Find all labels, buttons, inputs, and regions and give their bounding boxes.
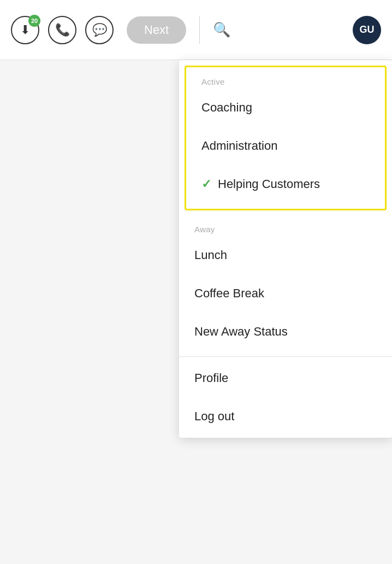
toolbar-divider [199,16,200,44]
logout-label: Log out [194,409,234,424]
search-icon: 🔍 [213,21,230,38]
helping-customers-label: Helping Customers [218,177,320,191]
away-section: Away Lunch Coffee Break New Away Status [179,216,392,356]
top-bar: ⬇ 20 📞 💬 Next 🔍 GU [0,0,392,60]
coffee-break-item[interactable]: Coffee Break [179,274,392,313]
logout-item[interactable]: Log out [179,397,392,436]
phone-icon: 📞 [55,23,70,37]
chat-button[interactable]: 💬 [85,16,114,44]
search-button[interactable]: 🔍 [213,21,230,38]
check-icon: ✓ [201,177,211,191]
chat-icon: 💬 [92,23,107,37]
new-away-status-item[interactable]: New Away Status [179,313,392,351]
administration-label: Administration [201,139,277,153]
coffee-break-label: Coffee Break [194,286,264,301]
bottom-section: Profile Log out [179,357,392,438]
new-away-status-label: New Away Status [194,325,288,339]
administration-item[interactable]: Administration [186,127,385,165]
dropdown-menu: Active Coaching Administration ✓ Helping… [179,60,392,438]
profile-item[interactable]: Profile [179,359,392,397]
lunch-item[interactable]: Lunch [179,236,392,274]
active-section-label: Active [186,73,385,89]
coaching-item[interactable]: Coaching [186,89,385,127]
phone-button[interactable]: 📞 [48,16,76,44]
active-section: Active Coaching Administration ✓ Helping… [185,66,387,210]
user-avatar-button[interactable]: GU [353,16,381,44]
inbox-icon: ⬇ [20,23,30,37]
inbox-button[interactable]: ⬇ 20 [11,16,39,44]
helping-customers-item[interactable]: ✓ Helping Customers [186,165,385,203]
away-section-label: Away [179,220,392,236]
profile-label: Profile [194,371,228,385]
lunch-label: Lunch [194,248,227,262]
next-button[interactable]: Next [127,16,186,44]
coaching-label: Coaching [201,101,252,115]
inbox-badge: 20 [28,15,40,27]
